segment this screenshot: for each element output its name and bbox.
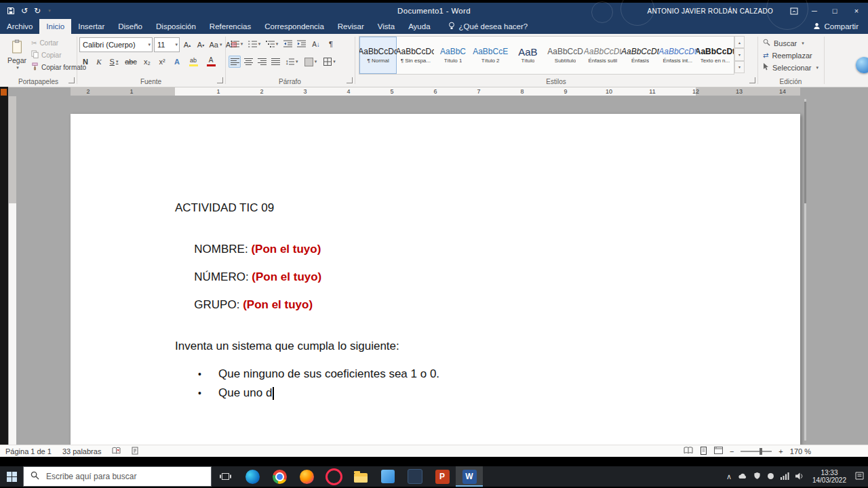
styles-scroll-down[interactable]: ▾ bbox=[734, 48, 745, 60]
volume-icon[interactable] bbox=[795, 472, 804, 481]
taskbar-search-input[interactable] bbox=[45, 471, 190, 482]
style-heading1[interactable]: AaBbCTítulo 1 bbox=[434, 37, 471, 74]
align-right-button[interactable] bbox=[256, 56, 268, 68]
read-mode-icon[interactable] bbox=[684, 447, 693, 455]
minimize-button[interactable]: ─ bbox=[804, 3, 825, 19]
page-count[interactable]: Página 1 de 1 bbox=[5, 447, 52, 455]
notification-center-icon[interactable] bbox=[855, 472, 864, 481]
zoom-out-button[interactable]: − bbox=[730, 447, 734, 455]
tell-me-search[interactable]: ¿Qué desea hacer? bbox=[448, 22, 528, 31]
share-button[interactable]: Compartir bbox=[813, 22, 868, 31]
borders-button[interactable]: ▾ bbox=[321, 56, 338, 68]
customize-qat-icon[interactable]: ▾ bbox=[48, 8, 51, 14]
multilevel-list-button[interactable]: ▾ bbox=[264, 38, 280, 50]
zoom-slider-thumb[interactable] bbox=[760, 448, 762, 455]
highlight-color-button[interactable]: ab bbox=[185, 56, 201, 68]
taskbar-search[interactable] bbox=[23, 466, 212, 487]
defender-shield-icon[interactable] bbox=[753, 472, 761, 481]
accessibility-check-icon[interactable] bbox=[132, 447, 138, 456]
styles-scroll-up[interactable]: ▴ bbox=[734, 36, 745, 48]
file-explorer-icon[interactable] bbox=[347, 466, 374, 487]
maximize-button[interactable]: □ bbox=[825, 3, 845, 19]
print-layout-icon[interactable] bbox=[700, 447, 707, 456]
document-page[interactable]: ACTIVIDAD TIC 09 NOMBRE: (Pon el tuyo) N… bbox=[71, 114, 800, 445]
cut-button[interactable]: ✂ Cortar bbox=[31, 37, 76, 49]
taskbar-clock[interactable]: 13:33 14/03/2022 bbox=[812, 469, 846, 484]
underline-button[interactable]: S▾ bbox=[106, 56, 121, 68]
font-dialog-launcher[interactable] bbox=[217, 77, 223, 83]
word-count[interactable]: 33 palabras bbox=[62, 447, 102, 455]
shading-button[interactable]: ▾ bbox=[302, 56, 319, 68]
hidden-icons-chevron[interactable]: ∧ bbox=[726, 472, 732, 481]
change-case-button[interactable]: Aa▾ bbox=[208, 39, 223, 51]
replace-button[interactable]: ⇄ Reemplazar bbox=[763, 49, 812, 61]
redo-icon[interactable]: ↻ bbox=[34, 6, 41, 16]
teams-icon[interactable] bbox=[767, 472, 774, 481]
align-left-button[interactable] bbox=[229, 56, 241, 68]
scrollbar-thumb[interactable] bbox=[804, 102, 806, 203]
style-heading2[interactable]: AaBbCcETítulo 2 bbox=[472, 37, 509, 74]
justify-button[interactable] bbox=[269, 56, 281, 68]
style-strong[interactable]: AaBbCcDtTexto en n... bbox=[696, 37, 734, 74]
tab-disposicion[interactable]: Disposición bbox=[149, 19, 203, 34]
undo-icon[interactable]: ↺ bbox=[21, 6, 28, 16]
strikethrough-button[interactable]: abc bbox=[123, 56, 139, 68]
tab-inicio[interactable]: Inicio bbox=[39, 19, 71, 34]
tab-revisar[interactable]: Revisar bbox=[331, 19, 371, 34]
text-effects-button[interactable]: A bbox=[170, 56, 184, 68]
styles-more-button[interactable]: ▾ bbox=[734, 61, 745, 73]
styles-dialog-launcher[interactable] bbox=[749, 77, 755, 83]
tab-diseno[interactable]: Diseño bbox=[111, 19, 149, 34]
bullets-button[interactable]: ▾ bbox=[229, 38, 245, 50]
show-marks-button[interactable]: ¶ bbox=[325, 38, 337, 50]
font-name-combo[interactable]: Calibri (Cuerpo) ▾ bbox=[79, 37, 153, 52]
select-button[interactable]: Seleccionar ▾ bbox=[763, 62, 818, 73]
opera-icon[interactable] bbox=[320, 466, 347, 487]
powerpoint-icon[interactable]: P bbox=[429, 466, 456, 487]
style-normal[interactable]: AaBbCcDc¶ Normal bbox=[359, 37, 397, 74]
shrink-font-button[interactable]: A▾ bbox=[195, 39, 207, 51]
tab-vista[interactable]: Vista bbox=[371, 19, 401, 34]
style-emphasis[interactable]: AaBbCcDtÉnfasis bbox=[621, 37, 658, 74]
zoom-level[interactable]: 170 % bbox=[790, 447, 811, 455]
close-button[interactable]: × bbox=[845, 3, 868, 19]
tab-ayuda[interactable]: Ayuda bbox=[401, 19, 437, 34]
onedrive-icon[interactable] bbox=[738, 472, 747, 481]
paragraph-dialog-launcher[interactable] bbox=[347, 77, 353, 83]
tab-referencias[interactable]: Referencias bbox=[203, 19, 258, 34]
tab-correspondencia[interactable]: Correspondencia bbox=[258, 19, 331, 34]
line-spacing-button[interactable]: ↕ ▾ bbox=[283, 56, 300, 68]
chrome-icon[interactable] bbox=[266, 466, 293, 487]
task-view-button[interactable] bbox=[212, 466, 239, 487]
zoom-in-button[interactable]: + bbox=[778, 447, 783, 455]
italic-button[interactable]: K bbox=[93, 56, 105, 68]
clipboard-dialog-launcher[interactable] bbox=[68, 77, 75, 83]
style-no-spacing[interactable]: AaBbCcDc¶ Sin espa... bbox=[397, 37, 434, 74]
align-center-button[interactable] bbox=[242, 56, 254, 68]
web-layout-icon[interactable] bbox=[714, 447, 723, 455]
horizontal-ruler[interactable]: 2 1 1 2 3 4 5 6 7 8 9 10 11 12 13 14 bbox=[71, 87, 800, 96]
style-subtitle[interactable]: AaBbCcDSubtítulo bbox=[547, 37, 584, 74]
font-size-combo[interactable]: 11 ▾ bbox=[154, 37, 180, 52]
proofing-icon[interactable] bbox=[112, 447, 121, 456]
bold-button[interactable]: N bbox=[79, 56, 92, 68]
sort-button[interactable]: A↓ bbox=[309, 38, 323, 50]
zoom-slider[interactable] bbox=[741, 451, 772, 452]
decrease-indent-button[interactable] bbox=[281, 38, 294, 50]
photos-app-icon[interactable] bbox=[374, 466, 401, 487]
word-icon[interactable]: W bbox=[456, 466, 483, 487]
save-icon[interactable] bbox=[7, 7, 15, 15]
tab-insertar[interactable]: Insertar bbox=[71, 19, 111, 34]
copy-button[interactable]: Copiar bbox=[31, 49, 76, 61]
style-subtle-emphasis[interactable]: AaBbCcDtÉnfasis sutil bbox=[584, 37, 621, 74]
edge-icon[interactable] bbox=[239, 466, 266, 487]
dark-app-icon[interactable] bbox=[401, 466, 429, 487]
subscript-button[interactable]: x₂ bbox=[140, 56, 154, 68]
tab-archivo[interactable]: Archivo bbox=[0, 19, 39, 34]
paste-button[interactable]: Pegar ▾ bbox=[3, 36, 31, 74]
style-intense-emphasis[interactable]: AaBbCcDtÉnfasis int... bbox=[659, 37, 696, 74]
find-button[interactable]: Buscar ▾ bbox=[763, 37, 804, 49]
vertical-ruler[interactable] bbox=[9, 96, 16, 445]
ribbon-display-options-icon[interactable] bbox=[784, 3, 804, 19]
font-color-button[interactable]: A bbox=[203, 56, 219, 68]
